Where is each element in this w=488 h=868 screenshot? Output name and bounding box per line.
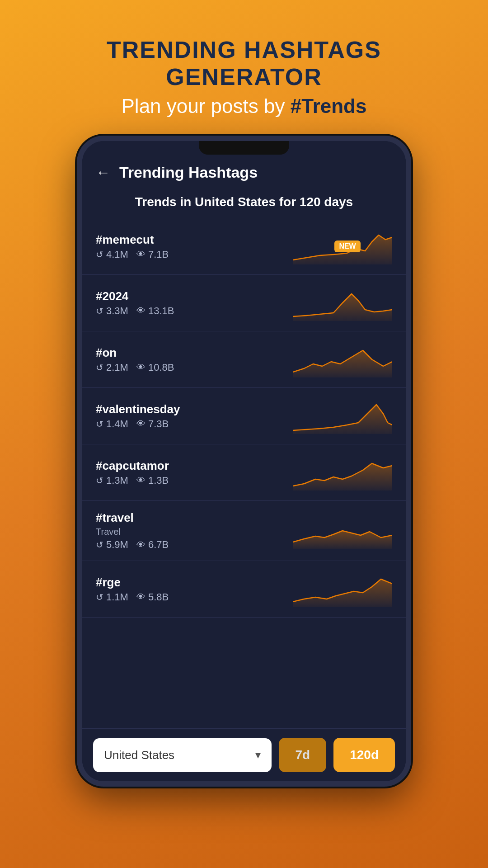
retweet-count: 2.1M bbox=[106, 362, 128, 373]
svg-marker-1 bbox=[293, 294, 392, 321]
hashtag-info: #valentinesday ↺ 1.4M 👁 7.3B bbox=[96, 402, 293, 430]
retweet-icon: ↺ bbox=[96, 592, 103, 603]
hashtag-stats: ↺ 1.1M 👁 5.8B bbox=[96, 591, 293, 603]
hashtag-item[interactable]: #travel Travel ↺ 5.9M 👁 6.7B bbox=[82, 501, 406, 561]
retweet-stat: ↺ 2.1M bbox=[96, 362, 128, 373]
view-count: 7.3B bbox=[148, 418, 169, 430]
eye-icon: 👁 bbox=[136, 249, 145, 259]
page-header: TRENDING HASHTAGS GENERATOR Plan your po… bbox=[107, 0, 381, 118]
hashtag-name: #2024 bbox=[96, 289, 293, 303]
hashtag-info: #2024 ↺ 3.3M 👁 13.1B bbox=[96, 289, 293, 317]
eye-icon: 👁 bbox=[136, 306, 145, 316]
retweet-stat: ↺ 5.9M bbox=[96, 539, 128, 551]
eye-icon: 👁 bbox=[136, 419, 145, 429]
hashtag-info: #capcutamor ↺ 1.3M 👁 1.3B bbox=[96, 459, 293, 486]
retweet-count: 1.1M bbox=[106, 591, 128, 603]
eye-icon: 👁 bbox=[136, 475, 145, 486]
hashtag-name: #travel bbox=[96, 511, 293, 525]
retweet-stat: ↺ 1.3M bbox=[96, 475, 128, 486]
hashtag-stats: ↺ 2.1M 👁 10.8B bbox=[96, 362, 293, 373]
eye-icon: 👁 bbox=[136, 540, 145, 550]
view-stat: 👁 10.8B bbox=[136, 362, 174, 373]
svg-marker-6 bbox=[293, 579, 392, 607]
retweet-count: 5.9M bbox=[106, 539, 128, 551]
hashtag-stats: ↺ 4.1M 👁 7.1B bbox=[96, 249, 293, 260]
hashtag-stats: ↺ 3.3M 👁 13.1B bbox=[96, 305, 293, 317]
view-stat: 👁 13.1B bbox=[136, 305, 174, 317]
eye-icon: 👁 bbox=[136, 592, 145, 602]
view-count: 5.8B bbox=[148, 591, 169, 603]
svg-marker-2 bbox=[293, 350, 392, 377]
hashtag-info: #rge ↺ 1.1M 👁 5.8B bbox=[96, 576, 293, 603]
view-stat: 👁 7.3B bbox=[136, 418, 169, 430]
trends-subtitle: Trends in United States for 120 days bbox=[82, 190, 406, 218]
hashtag-item[interactable]: #memecut ↺ 4.1M 👁 7.1B NEW bbox=[82, 218, 406, 275]
hashtag-name: #on bbox=[96, 346, 293, 360]
main-subtitle: Plan your posts by #Trends bbox=[107, 95, 381, 118]
retweet-icon: ↺ bbox=[96, 249, 103, 260]
view-count: 10.8B bbox=[148, 362, 174, 373]
period-7d-button[interactable]: 7d bbox=[279, 738, 326, 772]
retweet-icon: ↺ bbox=[96, 419, 103, 429]
hashtag-item[interactable]: #on ↺ 2.1M 👁 10.8B bbox=[82, 331, 406, 388]
view-stat: 👁 7.1B bbox=[136, 249, 169, 260]
retweet-icon: ↺ bbox=[96, 306, 103, 316]
hashtag-item[interactable]: #rge ↺ 1.1M 👁 5.8B bbox=[82, 561, 406, 618]
view-stat: 👁 5.8B bbox=[136, 591, 169, 603]
retweet-stat: ↺ 3.3M bbox=[96, 305, 128, 317]
bottom-bar: United States ▾ 7d 120d bbox=[82, 728, 406, 781]
hashtag-name: #capcutamor bbox=[96, 459, 293, 473]
view-count: 7.1B bbox=[148, 249, 169, 260]
hashtag-stats: ↺ 5.9M 👁 6.7B bbox=[96, 539, 293, 551]
trend-chart bbox=[293, 398, 392, 434]
screen-title: Trending Hashtags bbox=[119, 164, 258, 181]
trend-chart bbox=[293, 513, 392, 549]
hashtag-category: Travel bbox=[96, 527, 293, 537]
hashtag-stats: ↺ 1.3M 👁 1.3B bbox=[96, 475, 293, 486]
hashtag-stats: ↺ 1.4M 👁 7.3B bbox=[96, 418, 293, 430]
trend-chart bbox=[293, 341, 392, 377]
hashtag-list: #memecut ↺ 4.1M 👁 7.1B NEW bbox=[82, 218, 406, 728]
svg-marker-5 bbox=[293, 531, 392, 549]
retweet-stat: ↺ 4.1M bbox=[96, 249, 128, 260]
app-header: ← Trending Hashtags bbox=[82, 141, 406, 190]
trend-chart bbox=[293, 454, 392, 491]
view-count: 1.3B bbox=[148, 475, 169, 486]
hashtag-info: #memecut ↺ 4.1M 👁 7.1B bbox=[96, 233, 293, 260]
retweet-icon: ↺ bbox=[96, 475, 103, 486]
retweet-count: 1.4M bbox=[106, 418, 128, 430]
phone-mockup: ← Trending Hashtags Trends in United Sta… bbox=[77, 136, 411, 787]
retweet-icon: ↺ bbox=[96, 362, 103, 373]
main-title: TRENDING HASHTAGS GENERATOR bbox=[107, 36, 381, 90]
hashtag-item[interactable]: #valentinesday ↺ 1.4M 👁 7.3B bbox=[82, 388, 406, 444]
country-selector[interactable]: United States ▾ bbox=[93, 738, 272, 772]
retweet-count: 1.3M bbox=[106, 475, 128, 486]
trend-chart bbox=[293, 571, 392, 607]
view-stat: 👁 6.7B bbox=[136, 539, 169, 551]
hashtag-item[interactable]: #capcutamor ↺ 1.3M 👁 1.3B bbox=[82, 444, 406, 501]
retweet-count: 3.3M bbox=[106, 305, 128, 317]
phone-screen: ← Trending Hashtags Trends in United Sta… bbox=[82, 141, 406, 781]
chevron-down-icon: ▾ bbox=[255, 749, 261, 761]
retweet-icon: ↺ bbox=[96, 539, 103, 550]
country-label: United States bbox=[104, 748, 174, 762]
period-120d-button[interactable]: 120d bbox=[333, 738, 395, 772]
trend-chart: NEW bbox=[293, 228, 392, 264]
trend-chart bbox=[293, 285, 392, 321]
svg-marker-4 bbox=[293, 463, 392, 491]
hashtag-info: #on ↺ 2.1M 👁 10.8B bbox=[96, 346, 293, 373]
retweet-stat: ↺ 1.1M bbox=[96, 591, 128, 603]
view-count: 6.7B bbox=[148, 539, 169, 551]
view-count: 13.1B bbox=[148, 305, 174, 317]
eye-icon: 👁 bbox=[136, 362, 145, 373]
retweet-count: 4.1M bbox=[106, 249, 128, 260]
hashtag-name: #rge bbox=[96, 576, 293, 590]
hashtag-name: #valentinesday bbox=[96, 402, 293, 416]
back-button[interactable]: ← bbox=[96, 164, 110, 181]
hashtag-info: #travel Travel ↺ 5.9M 👁 6.7B bbox=[96, 511, 293, 551]
new-badge: NEW bbox=[334, 241, 360, 252]
hashtag-item[interactable]: #2024 ↺ 3.3M 👁 13.1B bbox=[82, 275, 406, 331]
view-stat: 👁 1.3B bbox=[136, 475, 169, 486]
retweet-stat: ↺ 1.4M bbox=[96, 418, 128, 430]
hashtag-name: #memecut bbox=[96, 233, 293, 247]
